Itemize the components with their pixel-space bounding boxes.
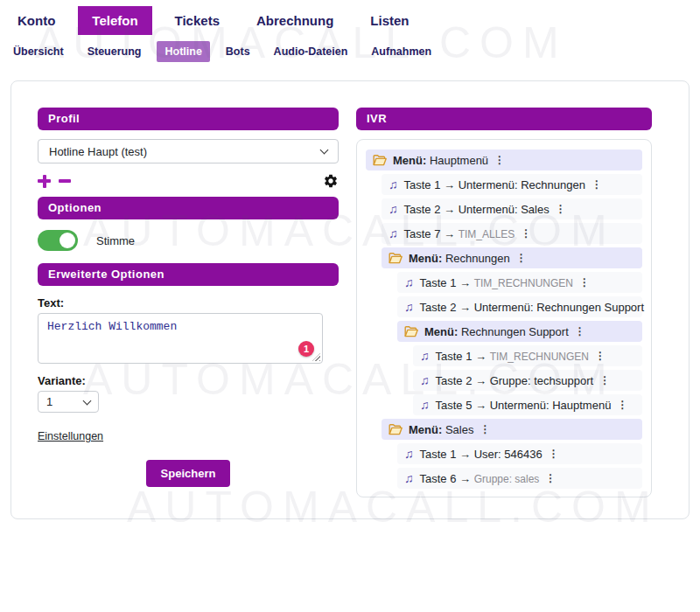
variante-field-label: Variante:: [38, 374, 339, 387]
profil-section-header: Profil: [38, 108, 339, 130]
ivr-key-row[interactable]: ♫Taste 2 → Gruppe: techsupport⋮: [413, 370, 642, 391]
ivr-key-row[interactable]: ♫Taste 2 → Untermenü: Sales⋮: [382, 198, 642, 219]
subnav-item-bots[interactable]: Bots: [226, 41, 250, 62]
music-note-icon: ♫: [404, 448, 414, 460]
ivr-row-label: Menü: Rechnungen: [409, 252, 510, 265]
ivr-key-row[interactable]: ♫Taste 1 → User: 546436⋮: [397, 443, 642, 464]
nav-item-tickets[interactable]: Tickets: [175, 6, 220, 35]
kebab-menu-icon[interactable]: ⋮: [556, 203, 566, 215]
music-note-icon: ♫: [388, 178, 398, 191]
kebab-menu-icon[interactable]: ⋮: [494, 154, 505, 166]
subnav-item-hotline[interactable]: Hotline: [157, 41, 209, 62]
profile-actions-row: [38, 172, 339, 190]
music-note-icon: ♫: [420, 399, 430, 411]
stimme-toggle-label: Stimme: [96, 234, 135, 247]
save-button-row: Speichern: [38, 460, 339, 487]
music-note-icon: ♫: [388, 203, 398, 215]
text-field-label: Text:: [38, 296, 339, 309]
ivr-menu-row[interactable]: Menü: Sales⋮: [382, 419, 642, 440]
ivr-row-label: Taste 1 → TIM_RECHNUNGEN: [420, 276, 573, 289]
kebab-menu-icon[interactable]: ⋮: [575, 325, 585, 337]
profile-select[interactable]: Hotline Haupt (test): [38, 139, 339, 163]
ivr-key-row[interactable]: ♫Taste 2 → Untermenü: Rechnungen Support…: [397, 296, 642, 317]
kebab-menu-icon[interactable]: ⋮: [521, 227, 531, 240]
ivr-row-label: Taste 6 → Gruppe: sales: [420, 472, 540, 485]
kebab-menu-icon[interactable]: ⋮: [650, 301, 652, 313]
chevron-down-icon: [320, 146, 329, 155]
gear-icon[interactable]: [323, 173, 339, 189]
resize-handle[interactable]: [312, 353, 320, 361]
text-textarea[interactable]: Herzlich Willkommen 1: [38, 313, 323, 364]
nav-item-konto[interactable]: Konto: [18, 6, 55, 35]
nav-item-listen[interactable]: Listen: [370, 6, 409, 35]
subnav-item--bersicht[interactable]: Übersicht: [13, 41, 64, 62]
main-card: Profil Hotline Haupt (test) Optionen Sti…: [10, 80, 690, 519]
music-note-icon: ♫: [404, 276, 414, 289]
ivr-row-label: Taste 1 → TIM_RECHNUNGEN: [436, 350, 589, 363]
kebab-menu-icon[interactable]: ⋮: [595, 350, 606, 362]
stimme-toggle-row: Stimme: [38, 230, 339, 251]
ivr-row-label: Taste 5 → Untermenü: Hauptmenü: [436, 399, 612, 412]
ivr-section-header: IVR: [356, 108, 652, 130]
ivr-key-row[interactable]: ♫Taste 6 → Gruppe: sales⋮: [397, 468, 642, 489]
music-note-icon: ♫: [388, 227, 398, 240]
ivr-menu-row[interactable]: Menü: Rechnungen⋮: [382, 247, 642, 268]
top-nav: KontoTelefonTicketsAbrechnungListen: [0, 0, 700, 40]
folder-icon: [388, 252, 402, 264]
ivr-row-label: Taste 2 → Untermenü: Rechnungen Support: [420, 301, 645, 314]
ivr-key-row[interactable]: ♫Taste 5 → Untermenü: Hauptmenü⋮: [413, 394, 642, 415]
kebab-menu-icon[interactable]: ⋮: [545, 472, 556, 484]
ivr-key-row[interactable]: ♫Taste 7 → TIM_ALLES⋮: [382, 223, 642, 244]
music-note-icon: ♫: [420, 374, 430, 386]
kebab-menu-icon[interactable]: ⋮: [480, 423, 490, 435]
kebab-menu-icon[interactable]: ⋮: [549, 448, 559, 460]
folder-icon: [404, 325, 418, 337]
nav-item-telefon[interactable]: Telefon: [78, 6, 151, 35]
ivr-menu-row[interactable]: Menü: Rechnungen Support⋮: [397, 321, 642, 342]
variante-select[interactable]: 1: [38, 391, 99, 413]
music-note-icon: ♫: [404, 301, 414, 313]
ivr-row-label: Taste 1 → Untermenü: Rechnungen: [404, 178, 585, 191]
stimme-toggle[interactable]: [38, 230, 78, 251]
ivr-key-row[interactable]: ♫Taste 1 → TIM_RECHNUNGEN⋮: [397, 272, 642, 293]
ivr-row-label: Taste 2 → Untermenü: Sales: [404, 203, 550, 216]
remove-profile-button[interactable]: [59, 179, 71, 183]
erweiterte-optionen-section-header: Erweiterte Optionen: [38, 263, 339, 286]
kebab-menu-icon[interactable]: ⋮: [617, 399, 627, 411]
speichern-button[interactable]: Speichern: [146, 460, 231, 487]
ivr-key-row[interactable]: ♫Taste 1 → Untermenü: Rechnungen⋮: [382, 174, 642, 195]
ivr-column: IVR Menü: Hauptmenü⋮♫Taste 1 → Untermenü…: [356, 108, 652, 518]
profile-column: Profil Hotline Haupt (test) Optionen Sti…: [38, 108, 339, 518]
kebab-menu-icon[interactable]: ⋮: [599, 374, 610, 386]
ivr-row-label: Taste 2 → Gruppe: techsupport: [436, 374, 594, 387]
add-profile-button[interactable]: [38, 175, 51, 188]
variante-select-value: 1: [46, 395, 84, 408]
chevron-down-icon: [83, 396, 92, 405]
text-textarea-value: Herzlich Willkommen: [47, 320, 177, 333]
folder-icon: [388, 423, 402, 435]
einstellungen-link-row: Einstellungen: [38, 430, 339, 442]
einstellungen-link[interactable]: Einstellungen: [38, 430, 103, 442]
music-note-icon: ♫: [404, 472, 414, 484]
kebab-menu-icon[interactable]: ⋮: [592, 178, 602, 191]
ivr-tree: Menü: Hauptmenü⋮♫Taste 1 → Untermenü: Re…: [356, 139, 652, 497]
subnav-item-audio-dateien[interactable]: Audio-Dateien: [274, 41, 348, 62]
optionen-section-header: Optionen: [38, 197, 339, 219]
ivr-row-label: Menü: Rechnungen Support: [424, 325, 569, 338]
ivr-row-label: Taste 1 → User: 546436: [420, 448, 542, 461]
kebab-menu-icon[interactable]: ⋮: [516, 252, 527, 264]
nav-item-abrechnung[interactable]: Abrechnung: [256, 6, 333, 35]
ivr-menu-row[interactable]: Menü: Hauptmenü⋮: [366, 150, 642, 170]
subnav-item-steuerung[interactable]: Steuerung: [88, 41, 142, 62]
sub-nav: ÜbersichtSteuerungHotlineBotsAudio-Datei…: [0, 40, 700, 63]
ivr-key-row[interactable]: ♫Taste 1 → TIM_RECHNUNGEN⋮: [413, 345, 642, 366]
kebab-menu-icon[interactable]: ⋮: [579, 276, 590, 289]
folder-icon: [373, 154, 387, 166]
subnav-item-aufnahmen[interactable]: Aufnahmen: [371, 41, 431, 62]
ivr-row-label: Taste 7 → TIM_ALLES: [404, 227, 515, 240]
profile-select-value: Hotline Haupt (test): [49, 145, 321, 158]
ivr-row-label: Menü: Hauptmenü: [393, 154, 488, 167]
music-note-icon: ♫: [420, 350, 430, 362]
ivr-row-label: Menü: Sales: [409, 423, 473, 436]
variant-count-badge: 1: [298, 341, 314, 357]
